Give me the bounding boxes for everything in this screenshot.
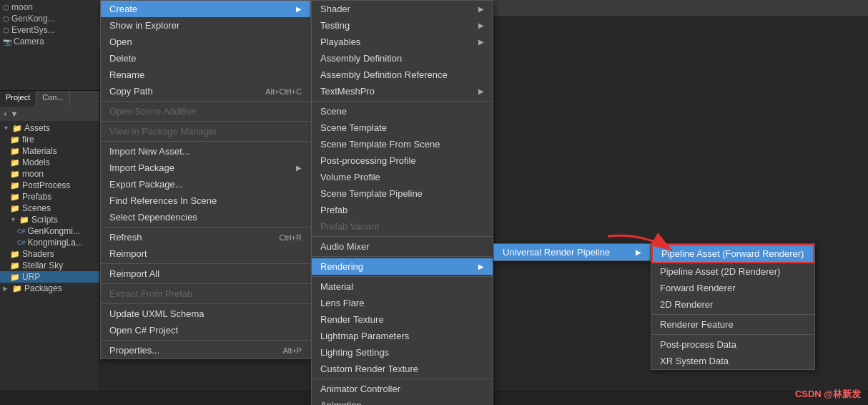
ctx2-item-playables[interactable]: Playables ▶ <box>312 34 493 50</box>
hierarchy-item-camera[interactable]: 📷 Camera <box>0 36 100 47</box>
ctx2-item-scene[interactable]: Scene <box>312 103 493 119</box>
separator <box>101 101 310 102</box>
ctx-item-find-references[interactable]: Find References In Scene <box>101 192 310 209</box>
tree-item-stellar[interactable]: 📁 Stellar Sky <box>0 260 99 271</box>
ctx-item-properties[interactable]: Properties... Alt+P <box>101 342 310 358</box>
ctx4-item-post-process-data[interactable]: Post-process Data <box>651 336 814 353</box>
ctx3-item-urp[interactable]: Universal Render Pipeline ▶ <box>494 244 650 260</box>
sidebar-toolbar: + ▼ <box>0 107 99 121</box>
camera-icon: 📷 <box>3 38 11 46</box>
separator <box>101 227 310 228</box>
folder-icon: 📁 <box>10 181 20 190</box>
ctx2-item-post-processing-profile[interactable]: Post-processing Profile <box>312 152 493 169</box>
ctx4-item-pipeline-asset-2d[interactable]: Pipeline Asset (2D Renderer) <box>651 263 814 280</box>
ctx-item-copy-path[interactable]: Copy Path Alt+Ctrl+C <box>101 83 310 99</box>
separator <box>101 141 310 142</box>
separator <box>312 101 493 102</box>
tree-item-kongmingla[interactable]: C# KongmingLa... <box>0 237 99 248</box>
ctx-item-import-new-asset[interactable]: Import New Asset... <box>101 143 310 160</box>
ctx-item-delete[interactable]: Delete <box>101 50 310 67</box>
tree-item-shaders[interactable]: 📁 Shaders <box>0 248 99 260</box>
ctx-item-reimport[interactable]: Reimport <box>101 245 310 262</box>
sidebar-tabs: Project Con... <box>0 91 99 107</box>
ctx4-item-forward-renderer[interactable]: Forward Renderer <box>651 280 814 296</box>
ctx-item-open-csharp[interactable]: Open C# Project <box>101 322 310 338</box>
ctx-item-import-package[interactable]: Import Package ▶ <box>101 160 310 176</box>
ctx2-item-volume-profile[interactable]: Volume Profile <box>312 169 493 185</box>
context-menu-3: Universal Render Pipeline ▶ <box>493 243 651 261</box>
ctx2-item-lighting-settings[interactable]: Lighting Settings <box>312 344 493 361</box>
ctx-item-show-explorer[interactable]: Show in Explorer <box>101 17 310 34</box>
object-icon: ⬡ <box>3 26 9 34</box>
ctx2-item-material[interactable]: Material <box>312 278 493 295</box>
hierarchy-item-eventsys[interactable]: ⬡ EventSys... <box>0 24 100 36</box>
ctx2-item-prefab[interactable]: Prefab <box>312 202 493 218</box>
tree-item-scenes[interactable]: 📁 Scenes <box>0 202 99 214</box>
tree-item-moon[interactable]: 📁 moon <box>0 168 99 180</box>
submenu-arrow: ▶ <box>478 5 484 13</box>
ctx-item-reimport-all[interactable]: Reimport All <box>101 265 310 282</box>
separator <box>312 256 493 257</box>
folder-icon: 📁 <box>10 204 20 213</box>
tab-project[interactable]: Project <box>0 91 36 107</box>
tree-item-urp[interactable]: 📁 URP <box>0 271 99 283</box>
ctx2-item-scene-template-pipeline[interactable]: Scene Template Pipeline <box>312 185 493 202</box>
separator <box>312 379 493 379</box>
ctx2-item-shader[interactable]: Shader ▶ <box>312 1 493 17</box>
ctx2-item-scene-template-from-scene[interactable]: Scene Template From Scene <box>312 136 493 152</box>
ctx2-item-lens-flare[interactable]: Lens Flare <box>312 295 493 311</box>
ctx-item-update-uxml[interactable]: Update UXML Schema <box>101 306 310 322</box>
ctx-item-rename[interactable]: Rename <box>101 67 310 83</box>
ctx-item-select-dependencies[interactable]: Select Dependencies <box>101 209 310 225</box>
tree-item-models[interactable]: 📁 Models <box>0 157 99 168</box>
context-menu-2: Shader ▶ Testing ▶ Playables ▶ Assembly … <box>311 0 493 405</box>
hierarchy-item-genkong[interactable]: ⬡ GenKong... <box>0 13 100 24</box>
ctx2-item-prefab-variant: Prefab Variant <box>312 218 493 235</box>
ctx2-item-assembly-def-ref[interactable]: Assembly Definition Reference <box>312 67 493 83</box>
ctx2-item-rendering[interactable]: Rendering ▶ <box>312 258 493 275</box>
tree-item-postprocess[interactable]: 📁 PostProcess <box>0 180 99 191</box>
ctx2-item-render-texture[interactable]: Render Texture <box>312 311 493 328</box>
ctx2-item-custom-render-texture[interactable]: Custom Render Texture <box>312 361 493 377</box>
ctx4-item-2d-renderer[interactable]: 2D Renderer <box>651 296 814 313</box>
cs-file-icon: C# <box>17 239 26 246</box>
tree-item-assets[interactable]: ▼ 📁 Assets <box>0 122 99 134</box>
ctx2-item-animator-controller[interactable]: Animator Controller <box>312 381 493 397</box>
separator <box>651 334 814 335</box>
project-tree: ▼ 📁 Assets 📁 fire 📁 Materials 📁 Models 📁… <box>0 121 99 296</box>
tree-item-prefabs[interactable]: 📁 Prefabs <box>0 191 99 202</box>
hierarchy-item-moon[interactable]: ⬡ moon <box>0 1 100 13</box>
dropdown-arrow[interactable]: ▼ <box>10 109 18 118</box>
ctx2-item-animation[interactable]: Animation <box>312 397 493 405</box>
tree-item-scripts[interactable]: ▼ 📁 Scripts <box>0 214 99 225</box>
ctx-item-refresh[interactable]: Refresh Ctrl+R <box>101 229 310 245</box>
ctx4-item-renderer-feature[interactable]: Renderer Feature <box>651 316 814 333</box>
ctx2-item-textmeshpro[interactable]: TextMeshPro ▶ <box>312 83 493 99</box>
folder-icon: 📁 <box>10 261 20 270</box>
tab-console[interactable]: Con... <box>36 91 69 107</box>
ctx4-item-xr-system-data[interactable]: XR System Data <box>651 353 814 369</box>
ctx-item-export-package[interactable]: Export Package... <box>101 176 310 192</box>
tree-item-packages[interactable]: ▶ 📁 Packages <box>0 283 99 294</box>
ctx-item-open[interactable]: Open <box>101 34 310 50</box>
submenu-arrow: ▶ <box>296 164 302 172</box>
ctx2-item-testing[interactable]: Testing ▶ <box>312 17 493 34</box>
separator <box>101 263 310 264</box>
ctx-item-open-scene-additive: Open Scene Additive <box>101 103 310 119</box>
folder-icon: 📁 <box>10 135 20 145</box>
ctx2-item-lightmap-parameters[interactable]: Lightmap Parameters <box>312 328 493 344</box>
submenu-arrow: ▶ <box>478 38 484 46</box>
folder-icon: 📁 <box>10 158 20 167</box>
add-button[interactable]: + <box>3 109 7 118</box>
ctx2-item-assembly-def[interactable]: Assembly Definition <box>312 50 493 67</box>
expand-arrow: ▼ <box>3 125 10 132</box>
shortcut-copy-path: Alt+Ctrl+C <box>265 87 302 96</box>
tree-item-genkongmi[interactable]: C# GenKongmi... <box>0 225 99 237</box>
ctx2-item-audio-mixer[interactable]: Audio Mixer <box>312 238 493 255</box>
ctx4-item-pipeline-asset-forward[interactable]: Pipeline Asset (Forward Renderer) <box>651 244 814 263</box>
ctx2-item-scene-template[interactable]: Scene Template <box>312 119 493 136</box>
separator <box>101 121 310 122</box>
ctx-item-create[interactable]: Create ▶ <box>101 1 310 17</box>
tree-item-fire[interactable]: 📁 fire <box>0 134 99 145</box>
tree-item-materials[interactable]: 📁 Materials <box>0 145 99 157</box>
